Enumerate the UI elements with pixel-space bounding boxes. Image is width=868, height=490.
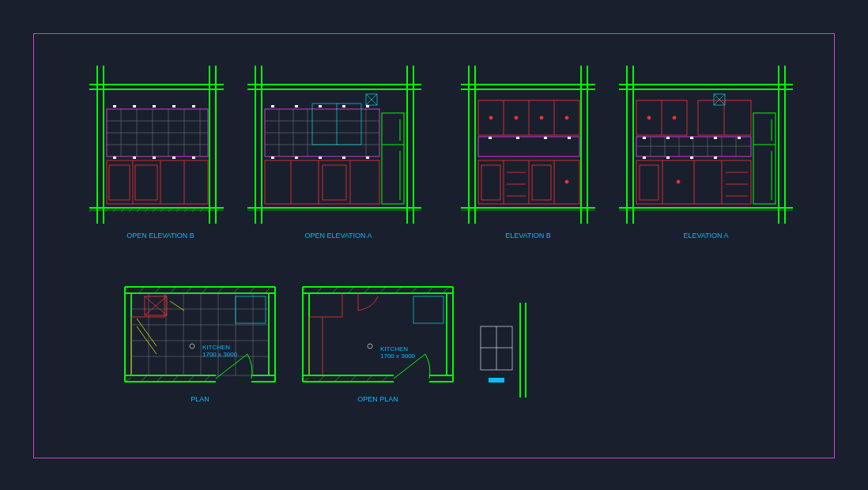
- svg-line-233: [427, 287, 433, 293]
- svg-line-187: [233, 287, 240, 293]
- drawing-open-plan: [299, 279, 457, 398]
- svg-line-194: [188, 375, 194, 382]
- room-label-open-plan: KITCHEN 1700 x 3000: [380, 346, 415, 360]
- svg-rect-145: [698, 100, 751, 135]
- svg-rect-22: [135, 165, 157, 200]
- label-plan: PLAN: [176, 395, 224, 403]
- svg-line-237: [334, 375, 341, 382]
- svg-line-226: [316, 287, 323, 293]
- svg-line-229: [364, 287, 370, 293]
- label-elevation-b: ELEVATION B: [496, 232, 560, 239]
- label-open-elevation-b: OPEN ELEVATION B: [121, 232, 200, 239]
- svg-point-106: [565, 116, 568, 119]
- drawing-open-elevation-a: [247, 66, 421, 224]
- svg-rect-155: [640, 165, 659, 200]
- room-label-plan: KITCHEN 1700 x 3000: [202, 345, 237, 359]
- svg-line-227: [332, 287, 338, 293]
- label-open-elevation-a: OPEN ELEVATION A: [291, 232, 386, 239]
- drawing-detail: [477, 303, 536, 398]
- svg-line-181: [138, 287, 145, 293]
- svg-rect-71: [382, 113, 404, 204]
- svg-line-185: [202, 287, 208, 293]
- svg-rect-120: [544, 137, 547, 139]
- svg-rect-163: [690, 137, 693, 139]
- svg-rect-88: [319, 156, 322, 159]
- svg-line-192: [157, 375, 163, 382]
- svg-rect-129: [636, 137, 751, 156]
- svg-rect-42: [133, 105, 136, 107]
- svg-rect-45: [192, 105, 195, 107]
- svg-line-193: [172, 375, 179, 382]
- svg-rect-41: [113, 105, 116, 107]
- svg-rect-86: [271, 156, 274, 159]
- svg-rect-98: [478, 137, 579, 156]
- svg-line-195: [204, 375, 210, 382]
- svg-rect-89: [342, 156, 345, 159]
- svg-point-144: [673, 116, 676, 119]
- svg-rect-84: [342, 105, 345, 107]
- svg-rect-81: [271, 105, 274, 107]
- svg-rect-118: [489, 137, 492, 139]
- svg-rect-119: [516, 137, 519, 139]
- svg-point-156: [677, 180, 680, 183]
- svg-line-191: [141, 375, 147, 382]
- svg-rect-166: [643, 156, 646, 159]
- svg-rect-167: [666, 156, 670, 159]
- svg-rect-75: [265, 160, 379, 204]
- svg-line-182: [154, 287, 160, 293]
- svg-point-214: [190, 344, 194, 349]
- svg-rect-79: [323, 165, 346, 200]
- drawing-elevation-b: [461, 66, 595, 224]
- svg-line-228: [348, 287, 354, 293]
- room-dims: 1700 x 3000: [202, 351, 237, 358]
- svg-rect-161: [643, 137, 646, 139]
- svg-line-189: [265, 287, 271, 293]
- svg-line-183: [170, 287, 176, 293]
- drawing-frame: OPEN ELEVATION B: [33, 33, 835, 458]
- svg-rect-196: [131, 293, 269, 375]
- svg-line-230: [379, 287, 386, 293]
- drawing-plan: [121, 279, 279, 398]
- room-name: KITCHEN: [202, 344, 230, 351]
- svg-rect-169: [714, 156, 717, 159]
- svg-rect-162: [666, 137, 670, 139]
- svg-rect-50: [192, 156, 195, 159]
- label-elevation-a: ELEVATION A: [670, 232, 742, 239]
- room-name: KITCHEN: [380, 345, 408, 352]
- svg-rect-87: [295, 156, 298, 159]
- svg-line-240: [382, 375, 388, 382]
- svg-point-103: [489, 116, 492, 119]
- svg-rect-85: [366, 105, 369, 107]
- svg-rect-90: [366, 156, 369, 159]
- drawing-elevation-a: [619, 66, 793, 224]
- svg-line-188: [249, 287, 255, 293]
- svg-rect-164: [714, 137, 717, 139]
- svg-line-231: [395, 287, 402, 293]
- svg-rect-168: [690, 156, 693, 159]
- svg-line-236: [319, 375, 325, 382]
- svg-rect-165: [738, 137, 741, 139]
- svg-rect-46: [113, 156, 116, 159]
- svg-rect-151: [636, 160, 751, 204]
- svg-rect-111: [481, 165, 500, 200]
- svg-point-104: [515, 116, 518, 119]
- svg-point-105: [540, 116, 543, 119]
- svg-line-234: [443, 287, 449, 293]
- svg-rect-212: [236, 296, 266, 323]
- svg-rect-252: [489, 378, 504, 383]
- svg-line-184: [186, 287, 192, 293]
- svg-point-116: [565, 180, 568, 183]
- svg-rect-48: [153, 156, 156, 159]
- svg-line-239: [366, 375, 372, 382]
- room-dims: 1700 x 3000: [380, 352, 415, 360]
- svg-rect-44: [172, 105, 175, 107]
- drawing-open-elevation-b: [89, 66, 224, 224]
- svg-line-238: [350, 375, 357, 382]
- svg-rect-121: [568, 137, 571, 139]
- svg-rect-47: [133, 156, 136, 159]
- svg-rect-82: [295, 105, 298, 107]
- svg-rect-244: [413, 296, 443, 323]
- svg-line-232: [411, 287, 417, 293]
- svg-rect-115: [532, 165, 551, 200]
- svg-rect-43: [153, 105, 156, 107]
